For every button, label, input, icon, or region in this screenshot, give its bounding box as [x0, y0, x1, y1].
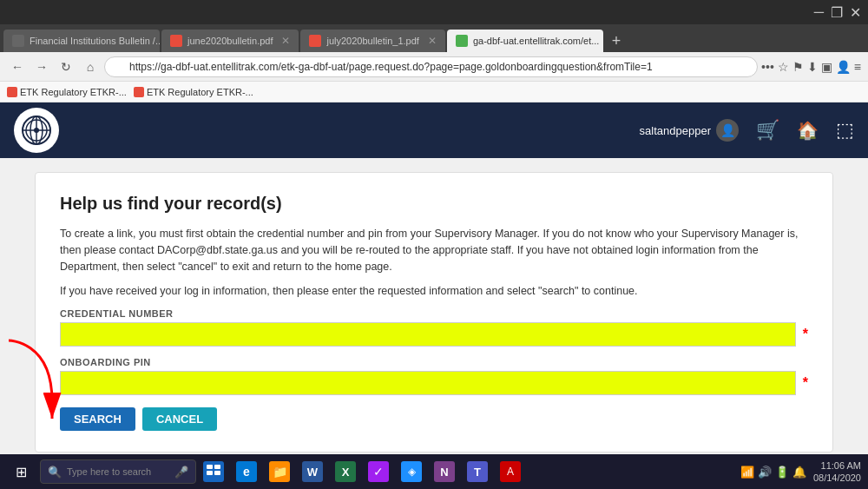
- start-button[interactable]: ⊞: [3, 454, 38, 489]
- search-button[interactable]: SEARCH: [60, 407, 135, 431]
- acrobat-icon: A: [500, 461, 521, 482]
- windows-taskbar: ⊞ 🔍 Type here to search 🎤 e 📁 W: [0, 454, 868, 489]
- restore-btn[interactable]: ❐: [831, 4, 843, 21]
- tab-favicon-july: [309, 35, 321, 47]
- taskbar-explorer-app[interactable]: 📁: [264, 456, 295, 487]
- bookmark-2[interactable]: ETK Regulatory ETKR-...: [134, 87, 253, 97]
- taskbar-apps: e 📁 W X ✓ ◈: [198, 456, 739, 487]
- address-bar[interactable]: https://ga-dbf-uat.entellitrak.com/etk-g…: [104, 56, 758, 77]
- check-app-icon: ✓: [368, 461, 389, 482]
- tab-label-june: june2020bulletin.pdf: [187, 36, 273, 46]
- tab-favicon-financial: [12, 35, 24, 47]
- taskbar-date: 08/14/2020: [813, 472, 861, 484]
- card-description-1: To create a link, you must first obtain …: [60, 226, 808, 274]
- credential-input-row: *: [60, 322, 808, 347]
- taskbar-view-button[interactable]: [198, 456, 229, 487]
- taskbar-system-icons: 📶 🔊 🔋 🔔: [740, 466, 806, 479]
- header-right: saltandpepper 👤 🛒 🏠 ⬚: [640, 119, 854, 142]
- edge-icon: e: [236, 461, 257, 482]
- word-icon: W: [302, 461, 323, 482]
- taskbar-onenote-app[interactable]: N: [429, 456, 460, 487]
- excel-icon: X: [335, 461, 356, 482]
- form-button-row: SEARCH CANCEL: [60, 407, 808, 431]
- tab-june-bulletin[interactable]: june2020bulletin.pdf ✕: [161, 30, 299, 52]
- taskbar-right: 📶 🔊 🔋 🔔 11:06 AM 08/14/2020: [740, 459, 865, 485]
- microphone-icon: 🎤: [174, 466, 188, 479]
- cart-icon[interactable]: 🛒: [756, 119, 779, 142]
- taskbar-acrobat-app[interactable]: A: [495, 456, 526, 487]
- back-btn[interactable]: ←: [7, 56, 28, 77]
- svg-rect-14: [207, 471, 213, 475]
- tab-label-july: july2020bulletin_1.pdf: [326, 36, 418, 46]
- tab-close-june[interactable]: ✕: [281, 35, 290, 47]
- app-logo: [14, 108, 59, 153]
- svg-rect-12: [207, 465, 213, 469]
- main-content: Help us find your record(s) To create a …: [0, 158, 868, 466]
- record-find-card: Help us find your record(s) To create a …: [35, 172, 833, 453]
- bookmark-favicon-2: [134, 87, 144, 97]
- browser-titlebar: ─ ❐ ✕: [0, 0, 868, 24]
- account-icon[interactable]: 👤: [836, 60, 851, 74]
- logo-icon: [21, 115, 52, 146]
- home-btn[interactable]: ⌂: [80, 56, 101, 77]
- teams-icon: T: [467, 461, 488, 482]
- username-text: saltandpepper: [640, 124, 711, 137]
- credential-label: CREDENTIAL NUMBER: [60, 308, 808, 319]
- new-tab-button[interactable]: +: [605, 30, 628, 52]
- bookmark-1[interactable]: ETK Regulatory ETKR-...: [7, 87, 127, 97]
- favorites-icon[interactable]: ☆: [778, 60, 789, 74]
- download-icon[interactable]: ⬇: [807, 60, 818, 74]
- taskbar-word-app[interactable]: W: [297, 456, 328, 487]
- home-icon[interactable]: 🏠: [797, 120, 819, 141]
- network-icon: 📶: [740, 466, 754, 479]
- explorer-icon: 📁: [269, 461, 290, 482]
- tab-favicon-etk: [456, 35, 468, 47]
- tab-july-bulletin[interactable]: july2020bulletin_1.pdf ✕: [300, 30, 444, 52]
- app-header: saltandpepper 👤 🛒 🏠 ⬚: [0, 102, 868, 158]
- browser-nav: ← → ↻ ⌂ 🔒 https://ga-dbf-uat.entellitrak…: [0, 52, 868, 82]
- onenote-icon: N: [434, 461, 455, 482]
- collections-icon[interactable]: ⚑: [792, 60, 804, 74]
- minimize-btn[interactable]: ─: [814, 4, 824, 21]
- taskbar-search[interactable]: 🔍 Type here to search 🎤: [40, 459, 196, 484]
- svg-point-5: [34, 128, 39, 133]
- tab-financial[interactable]: Financial Institutions Bulletin /... ✕: [3, 30, 160, 52]
- taskbar-search-text: Type here to search: [67, 466, 151, 477]
- battery-icon: 🔋: [775, 466, 789, 479]
- main-wrapper: Help us find your record(s) To create a …: [0, 158, 868, 489]
- credential-number-input[interactable]: [60, 322, 796, 347]
- volume-icon: 🔊: [758, 466, 772, 479]
- cancel-button[interactable]: CANCEL: [142, 407, 217, 431]
- sidebar-icon[interactable]: ▣: [821, 60, 832, 74]
- card-description-2: If you have received your log in informa…: [60, 283, 808, 300]
- taskbar-check-app[interactable]: ✓: [363, 456, 394, 487]
- taskbar-service-app[interactable]: ◈: [396, 456, 427, 487]
- tab-entellitrak[interactable]: ga-dbf-uat.entellitrak.com/et... ✕: [447, 30, 603, 52]
- bookmarks-bar: ETK Regulatory ETKR-... ETK Regulatory E…: [0, 82, 868, 102]
- taskbar-excel-app[interactable]: X: [330, 456, 361, 487]
- task-view-icon: [203, 461, 224, 482]
- refresh-btn[interactable]: ↻: [56, 56, 76, 77]
- forward-btn[interactable]: →: [31, 56, 52, 77]
- logout-icon[interactable]: ⬚: [836, 119, 854, 142]
- more-options-icon[interactable]: •••: [761, 60, 774, 74]
- menu-icon[interactable]: ≡: [854, 60, 861, 74]
- taskbar-time: 11:06 AM: [813, 459, 861, 472]
- user-info[interactable]: saltandpepper 👤: [640, 119, 739, 142]
- taskbar-clock: 11:06 AM 08/14/2020: [813, 459, 861, 485]
- pin-input-row: *: [60, 371, 808, 395]
- taskbar-edge-app[interactable]: e: [231, 456, 262, 487]
- notifications-icon[interactable]: 🔔: [792, 466, 806, 479]
- taskbar-search-icon: 🔍: [48, 466, 62, 479]
- onboarding-pin-input[interactable]: [60, 371, 796, 395]
- svg-rect-15: [214, 471, 220, 475]
- browser-tabs: Financial Institutions Bulletin /... ✕ j…: [0, 24, 868, 52]
- tab-label-etk: ga-dbf-uat.entellitrak.com/et...: [473, 36, 600, 46]
- pin-label: ONBOARDING PIN: [60, 357, 808, 367]
- taskbar-teams-app[interactable]: T: [462, 456, 493, 487]
- credential-required-star: *: [803, 327, 808, 342]
- address-bar-wrapper: 🔒 https://ga-dbf-uat.entellitrak.com/etk…: [104, 56, 758, 77]
- nav-right-icons: ••• ☆ ⚑ ⬇ ▣ 👤 ≡: [761, 60, 861, 74]
- tab-close-july[interactable]: ✕: [428, 35, 437, 47]
- close-btn[interactable]: ✕: [850, 4, 861, 21]
